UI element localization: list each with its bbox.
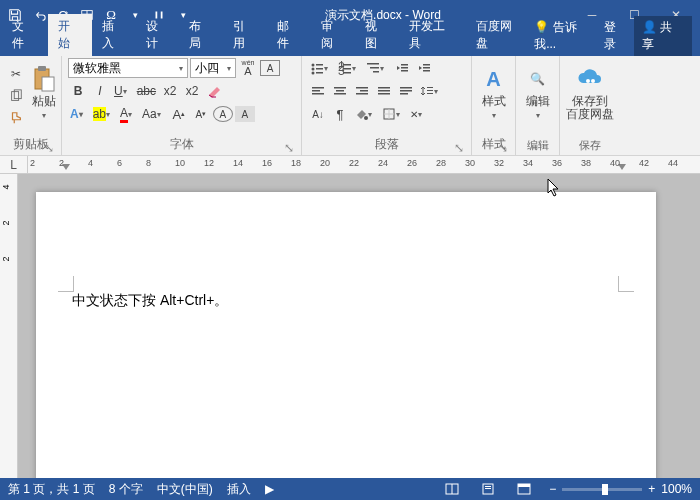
char-shading-icon[interactable]: A	[235, 106, 255, 122]
tab-design[interactable]: 设计	[136, 14, 180, 56]
editing-button[interactable]: 🔍编辑▾	[522, 58, 553, 128]
tab-review[interactable]: 审阅	[311, 14, 355, 56]
enclose-char-icon[interactable]: A	[213, 106, 233, 122]
grow-font-icon[interactable]: A▴	[169, 104, 189, 124]
status-page[interactable]: 第 1 页，共 1 页	[8, 481, 95, 498]
page[interactable]: 中文状态下按 Alt+Ctrl+。	[36, 192, 656, 478]
ruler-corner[interactable]: L	[0, 156, 28, 173]
group-font: 微软雅黑▾ 小四▾ wénA A B I U▾ abc x2 x2 A▾ ab▾…	[62, 56, 302, 155]
paste-button[interactable]: 粘贴▾	[30, 58, 58, 128]
zoom-slider[interactable]	[562, 488, 642, 491]
baidu-save-button[interactable]: 保存到百度网盘	[566, 58, 614, 128]
tab-developer[interactable]: 开发工具	[399, 14, 467, 56]
tab-home[interactable]: 开始	[48, 14, 92, 56]
bold-button[interactable]: B	[68, 81, 88, 101]
change-case-icon[interactable]: Aa▾	[140, 104, 167, 124]
horizontal-ruler[interactable]: L 22468101214161820222426283032343638404…	[0, 156, 700, 174]
view-print-icon[interactable]	[477, 480, 499, 498]
svg-rect-26	[423, 67, 430, 69]
zoom-out-button[interactable]: −	[549, 482, 556, 496]
increase-indent-icon[interactable]	[414, 58, 434, 78]
ruler-tick: 2	[30, 158, 35, 168]
superscript-button[interactable]: x2	[182, 81, 202, 101]
svg-rect-14	[343, 64, 351, 66]
shrink-font-icon[interactable]: A▾	[191, 104, 211, 124]
borders-icon[interactable]: ▾	[380, 104, 406, 124]
tab-layout[interactable]: 布局	[179, 14, 223, 56]
svg-rect-12	[316, 72, 323, 74]
decrease-indent-icon[interactable]	[392, 58, 412, 78]
vertical-ruler[interactable]: 422	[0, 174, 18, 478]
styles-button[interactable]: A样式▾	[478, 58, 509, 128]
clear-format-icon[interactable]	[204, 81, 224, 101]
tab-baidu[interactable]: 百度网盘	[466, 14, 534, 56]
paragraph-launcher-icon[interactable]: ⤡	[453, 141, 465, 153]
subscript-button[interactable]: x2	[160, 81, 180, 101]
ruler-tick: 40	[610, 158, 620, 168]
format-painter-icon[interactable]	[6, 108, 26, 128]
view-read-icon[interactable]	[441, 480, 463, 498]
page-scroll[interactable]: 中文状态下按 Alt+Ctrl+。	[18, 174, 700, 478]
styles-launcher-icon[interactable]: ⤡	[497, 141, 509, 153]
zoom-level[interactable]: 100%	[661, 482, 692, 496]
status-macro-icon[interactable]: ▶	[265, 482, 274, 496]
strikethrough-button[interactable]: abc	[135, 81, 158, 101]
status-mode[interactable]: 插入	[227, 481, 251, 498]
align-right-icon[interactable]	[352, 81, 372, 101]
status-lang[interactable]: 中文(中国)	[157, 481, 213, 498]
character-border-icon[interactable]: A	[260, 60, 280, 76]
sort-icon[interactable]: A↓	[308, 104, 328, 124]
tab-view[interactable]: 视图	[355, 14, 399, 56]
multilevel-list-icon[interactable]: ▾	[364, 58, 390, 78]
status-words[interactable]: 8 个字	[109, 481, 143, 498]
copy-icon[interactable]	[6, 86, 26, 106]
line-spacing-icon[interactable]: ▾	[418, 81, 444, 101]
group-label-paragraph: 段落⤡	[308, 134, 465, 155]
svg-rect-20	[370, 67, 379, 69]
svg-rect-41	[400, 90, 412, 92]
group-editing: 🔍编辑▾ 编辑	[516, 56, 560, 155]
view-web-icon[interactable]	[513, 480, 535, 498]
tab-insert[interactable]: 插入	[92, 14, 136, 56]
ruler-tick: 4	[88, 158, 93, 168]
text-effects-icon[interactable]: A▾	[68, 104, 89, 124]
svg-rect-40	[400, 87, 412, 89]
svg-rect-23	[401, 67, 408, 69]
asian-layout-icon[interactable]: ✕▾	[408, 104, 428, 124]
document-area: 422 中文状态下按 Alt+Ctrl+。	[0, 174, 700, 478]
svg-rect-29	[312, 90, 320, 92]
bullets-icon[interactable]: ▾	[308, 58, 334, 78]
share-button[interactable]: 👤 共享	[634, 16, 692, 56]
font-name-combo[interactable]: 微软雅黑▾	[68, 58, 188, 78]
svg-rect-30	[312, 93, 324, 95]
document-text[interactable]: 中文状态下按 Alt+Ctrl+。	[72, 292, 620, 310]
justify-icon[interactable]	[374, 81, 394, 101]
phonetic-guide-icon[interactable]: wénA	[238, 58, 258, 78]
align-center-icon[interactable]	[330, 81, 350, 101]
underline-button[interactable]: U▾	[112, 81, 133, 101]
align-left-icon[interactable]	[308, 81, 328, 101]
show-marks-icon[interactable]: ¶	[330, 104, 350, 124]
font-color-icon[interactable]: A▾	[118, 104, 138, 124]
shading-icon[interactable]: ▾	[352, 104, 378, 124]
tab-mailings[interactable]: 邮件	[267, 14, 311, 56]
tab-references[interactable]: 引用	[223, 14, 267, 56]
tellme-icon[interactable]: 💡 告诉我...	[534, 19, 598, 53]
zoom-in-button[interactable]: +	[648, 482, 655, 496]
distribute-icon[interactable]	[396, 81, 416, 101]
numbering-icon[interactable]: 123▾	[336, 58, 362, 78]
svg-rect-8	[316, 64, 323, 66]
svg-rect-4	[35, 69, 49, 89]
font-size-combo[interactable]: 小四▾	[190, 58, 236, 78]
login-link[interactable]: 登录	[604, 19, 628, 53]
tab-file[interactable]: 文件	[0, 14, 48, 56]
cut-icon[interactable]: ✂	[6, 64, 26, 84]
group-clipboard: ✂ 粘贴▾ 剪贴板⤡	[0, 56, 62, 155]
ruler-tick: 30	[465, 158, 475, 168]
clipboard-launcher-icon[interactable]: ⤡	[43, 141, 55, 153]
highlight-icon[interactable]: ab▾	[91, 104, 116, 124]
svg-rect-44	[427, 90, 433, 91]
font-launcher-icon[interactable]: ⤡	[283, 141, 295, 153]
italic-button[interactable]: I	[90, 81, 110, 101]
ribbon-tabs: 文件 开始 插入 设计 布局 引用 邮件 审阅 视图 开发工具 百度网盘 💡 告…	[0, 30, 700, 56]
